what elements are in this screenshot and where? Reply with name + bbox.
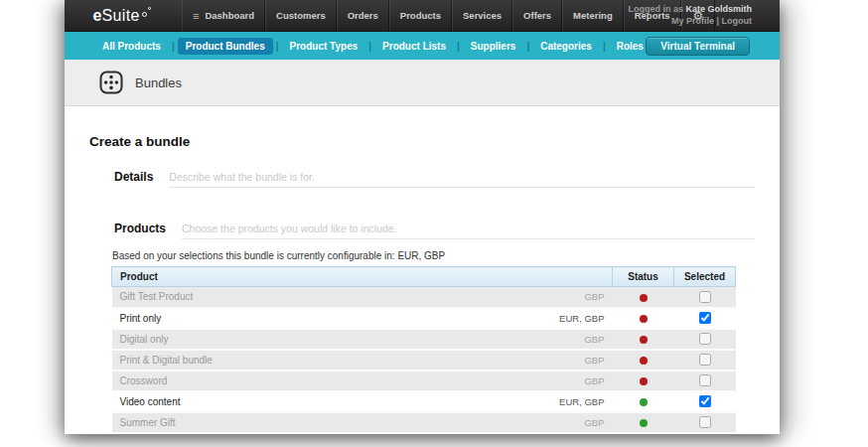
logo-text-bold: e bbox=[92, 7, 101, 25]
menu-label: Orders bbox=[348, 10, 378, 21]
esuite-logo[interactable]: eSuite bbox=[65, 0, 182, 31]
column-header-selected: Selected bbox=[674, 267, 736, 287]
product-currencies: GBP bbox=[584, 334, 604, 345]
details-label: Details bbox=[114, 170, 153, 184]
products-input[interactable] bbox=[182, 221, 755, 239]
menu-item-offers[interactable]: Offers bbox=[512, 0, 562, 31]
table-row: Print onlyEUR, GBP bbox=[112, 308, 736, 329]
menu-label: Customers bbox=[276, 10, 326, 21]
subnav-item-suppliers[interactable]: Suppliers bbox=[463, 38, 524, 55]
products-table: Product Status Selected Gift Test Produc… bbox=[111, 266, 736, 434]
table-row: Gift Test ProductGBP bbox=[112, 287, 736, 308]
menu-item-metering[interactable]: Metering bbox=[562, 0, 624, 31]
menu-label: Services bbox=[463, 10, 502, 21]
menu-label: Metering bbox=[573, 10, 613, 21]
link-separator: | bbox=[714, 16, 722, 26]
status-dot bbox=[640, 398, 648, 406]
subnav-separator: | bbox=[169, 41, 178, 52]
selected-checkbox[interactable] bbox=[699, 354, 711, 366]
menu-label: Products bbox=[400, 10, 441, 21]
user-name: Kate Goldsmith bbox=[685, 4, 752, 14]
product-name: Digital only bbox=[120, 334, 169, 345]
logo-text: Suite bbox=[102, 7, 140, 25]
selected-checkbox[interactable] bbox=[699, 333, 711, 345]
product-currencies: GBP bbox=[584, 375, 604, 386]
table-header-row: Product Status Selected bbox=[112, 267, 736, 287]
top-navigation-bar: eSuite ≡ Dashboard Customers Orders Prod… bbox=[65, 0, 780, 32]
product-currencies: GBP bbox=[584, 291, 604, 302]
product-name: Print & Digital bundle bbox=[120, 355, 213, 366]
subnav-item-categories[interactable]: Categories bbox=[532, 38, 600, 55]
menu-item-customers[interactable]: Customers bbox=[265, 0, 337, 31]
section-title: Bundles bbox=[135, 75, 182, 90]
table-row: CrosswordGBP bbox=[112, 371, 736, 391]
status-dot bbox=[640, 419, 648, 427]
subnav-separator: | bbox=[454, 41, 463, 52]
product-name: Video content bbox=[120, 396, 181, 407]
selected-checkbox[interactable] bbox=[699, 374, 711, 386]
main-content: Create a bundle Details Products Based o… bbox=[65, 134, 780, 434]
subnav-item-product-lists[interactable]: Product Lists bbox=[374, 38, 454, 55]
product-name: Gift Test Product bbox=[120, 291, 194, 302]
bundles-icon bbox=[99, 71, 123, 94]
hamburger-icon: ≡ bbox=[193, 10, 199, 22]
status-dot bbox=[640, 357, 648, 365]
product-name: Print only bbox=[120, 313, 162, 324]
logo-bubbles-icon bbox=[140, 7, 154, 25]
user-block: Logged in as Kate Goldsmith My Profile |… bbox=[628, 3, 752, 27]
status-dot bbox=[640, 315, 648, 323]
section-header: Bundles bbox=[65, 60, 780, 106]
app-window: eSuite ≡ Dashboard Customers Orders Prod… bbox=[65, 0, 780, 434]
product-name: Crossword bbox=[120, 375, 168, 386]
subnav-separator: | bbox=[273, 41, 282, 52]
product-currencies: EUR, GBP bbox=[559, 313, 604, 324]
table-row: Summer GiftGBP bbox=[112, 412, 736, 433]
product-name: Summer Gift bbox=[120, 417, 176, 428]
subnav-item-product-types[interactable]: Product Types bbox=[282, 38, 366, 55]
my-profile-link[interactable]: My Profile bbox=[671, 16, 714, 26]
subnav-item-all-products[interactable]: All Products bbox=[94, 38, 169, 55]
product-currencies: GBP bbox=[584, 355, 604, 366]
table-row: Video contentEUR, GBP bbox=[112, 391, 736, 412]
logout-link[interactable]: Logout bbox=[722, 16, 753, 26]
subnav-separator: | bbox=[600, 41, 609, 52]
menu-item-orders[interactable]: Orders bbox=[337, 0, 389, 31]
menu-item-dashboard[interactable]: ≡ Dashboard bbox=[182, 0, 265, 31]
products-label: Products bbox=[114, 222, 166, 235]
logged-in-text: Logged in as Kate Goldsmith bbox=[628, 3, 752, 15]
subnav-separator: | bbox=[523, 41, 532, 52]
status-dot bbox=[640, 377, 648, 385]
menu-label: Offers bbox=[523, 10, 551, 21]
page-title: Create a bundle bbox=[89, 134, 755, 149]
virtual-terminal-button[interactable]: Virtual Terminal bbox=[646, 37, 750, 56]
secondary-navigation-bar: All Products | Product Bundles | Product… bbox=[65, 32, 780, 60]
menu-item-products[interactable]: Products bbox=[389, 0, 452, 31]
subnav-item-product-bundles[interactable]: Product Bundles bbox=[178, 38, 273, 55]
selected-checkbox[interactable] bbox=[699, 291, 711, 303]
column-header-product: Product bbox=[112, 267, 613, 287]
status-dot bbox=[640, 336, 648, 344]
menu-item-services[interactable]: Services bbox=[452, 0, 512, 31]
column-header-status: Status bbox=[613, 267, 674, 287]
table-row: Print & Digital bundleGBP bbox=[112, 350, 736, 371]
selected-checkbox[interactable] bbox=[699, 395, 711, 407]
selected-checkbox[interactable] bbox=[699, 416, 711, 428]
selected-checkbox[interactable] bbox=[699, 312, 711, 324]
configurable-currencies-note: Based on your selections this bundle is … bbox=[112, 250, 755, 261]
subnav-separator: | bbox=[365, 41, 374, 52]
table-row: Digital onlyGBP bbox=[112, 329, 736, 350]
status-dot bbox=[640, 294, 648, 302]
menu-label: Dashboard bbox=[205, 10, 254, 21]
details-input[interactable] bbox=[169, 169, 755, 188]
product-currencies: GBP bbox=[584, 417, 604, 428]
product-currencies: EUR, GBP bbox=[559, 396, 604, 407]
